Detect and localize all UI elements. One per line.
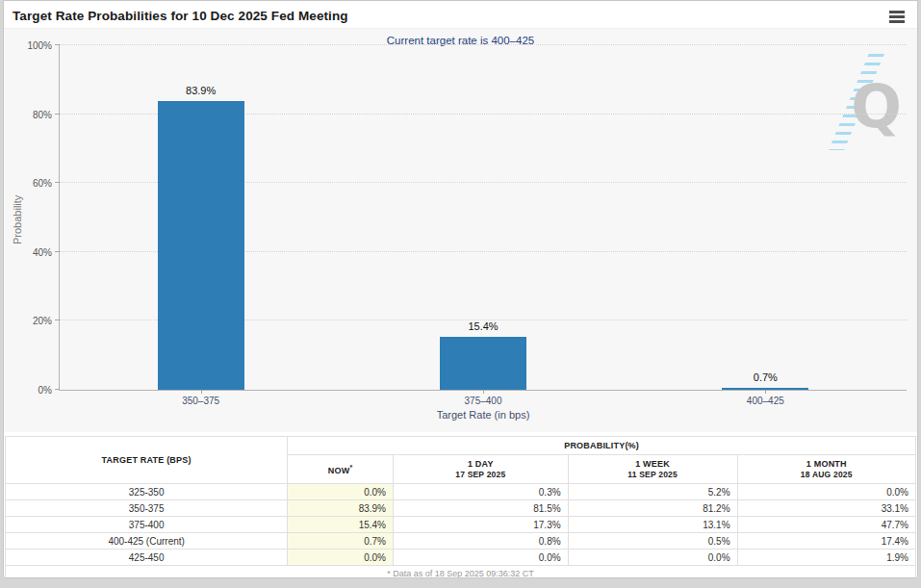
target-rate-header: TARGET RATE (BPS): [6, 437, 288, 484]
rate-cell: 325-350: [6, 484, 288, 500]
footnote-row: * Data as of 18 Sep 2025 09:36:32 CT: [6, 566, 916, 579]
x-tick-label: 375–400: [465, 396, 502, 406]
column-header: 1 MONTH18 AUG 2025: [737, 455, 915, 484]
probability-cell: 0.5%: [568, 533, 737, 550]
probability-bar[interactable]: [158, 101, 244, 390]
column-header: NOW*: [288, 455, 394, 484]
y-tick-mark: [55, 251, 60, 252]
table-row: 425-4500.0%0.0%0.0%1.9%: [6, 550, 916, 566]
y-tick-label: 60%: [33, 178, 52, 189]
rate-cell: 425-450: [6, 550, 288, 566]
probability-table-wrap: TARGET RATE (BPS)PROBABILITY(%)NOW*1 DAY…: [4, 432, 917, 578]
probability-cell: 0.0%: [288, 484, 394, 500]
table-row: 375-40015.4%17.3%13.1%47.7%: [6, 517, 916, 533]
x-tick-label: 400–425: [747, 396, 784, 406]
probability-cell: 0.0%: [737, 484, 915, 500]
gridline: [60, 44, 907, 45]
probability-cell: 0.8%: [393, 533, 568, 550]
probability-table: TARGET RATE (BPS)PROBABILITY(%)NOW*1 DAY…: [5, 436, 916, 578]
probability-cell: 0.0%: [288, 550, 394, 566]
column-header-date: 18 AUG 2025: [741, 470, 912, 479]
y-tick-mark: [55, 320, 60, 320]
probability-cell: 17.3%: [393, 517, 568, 533]
probability-cell: 81.2%: [568, 500, 737, 517]
bar-value-label: 83.9%: [186, 85, 216, 96]
panel-header: Target Rate Probabilities for 10 Dec 202…: [4, 1, 917, 28]
hamburger-bar: [889, 20, 905, 23]
probability-cell: 0.3%: [393, 484, 568, 500]
probability-bar[interactable]: [440, 337, 526, 390]
y-tick-mark: [55, 182, 60, 183]
x-tick-mark: [765, 390, 766, 394]
column-header-date: 11 SEP 2025: [572, 470, 734, 479]
probability-cell: 5.2%: [568, 484, 737, 500]
probability-cell: 0.7%: [288, 533, 394, 550]
table-row: 350-37583.9%81.5%81.2%33.1%: [6, 500, 916, 517]
y-tick-label: 80%: [33, 109, 52, 119]
rate-cell: 400-425 (Current): [6, 533, 288, 550]
table-header-row: TARGET RATE (BPS)PROBABILITY(%): [6, 437, 916, 455]
probability-cell: 17.4%: [737, 533, 915, 550]
probability-cell: 0.0%: [568, 550, 737, 566]
probability-cell: 33.1%: [737, 500, 915, 517]
y-tick-mark: [55, 114, 60, 115]
probability-cell: 83.9%: [288, 500, 394, 517]
y-tick-label: 40%: [33, 246, 52, 257]
bar-value-label: 15.4%: [468, 320, 498, 332]
table-footnote: * Data as of 18 Sep 2025 09:36:32 CT: [6, 566, 916, 579]
y-tick-mark: [55, 44, 60, 45]
fedwatch-panel: Target Rate Probabilities for 10 Dec 202…: [3, 0, 918, 578]
probability-cell: 15.4%: [288, 517, 394, 533]
y-tick-label: 0%: [38, 385, 52, 396]
rate-cell: 350-375: [6, 500, 288, 517]
table-row: 400-425 (Current)0.7%0.8%0.5%17.4%: [6, 533, 916, 550]
x-tick-mark: [483, 390, 484, 394]
y-tick-label: 20%: [33, 316, 52, 326]
hamburger-bar: [889, 15, 905, 18]
table-row: 325-3500.0%0.3%5.2%0.0%: [6, 484, 916, 500]
y-tick-label: 100%: [27, 40, 52, 51]
probability-cell: 1.9%: [737, 550, 915, 566]
probability-cell: 0.0%: [393, 550, 568, 566]
x-tick-mark: [201, 390, 202, 394]
x-tick-label: 350–375: [182, 396, 219, 406]
bar-value-label: 0.7%: [754, 371, 778, 383]
probability-chart: Current target rate is 400–425 Q Probabi…: [4, 28, 917, 432]
column-header-date: 17 SEP 2025: [397, 470, 565, 479]
y-axis-title: Probability: [12, 195, 23, 244]
probability-cell: 81.5%: [393, 500, 568, 517]
column-header: 1 WEEK11 SEP 2025: [568, 455, 737, 484]
probability-cell: 47.7%: [737, 517, 915, 533]
hamburger-bar: [889, 11, 905, 13]
probability-cell: 13.1%: [568, 517, 737, 533]
probability-group-header: PROBABILITY(%): [288, 437, 916, 455]
y-tick-mark: [55, 389, 60, 390]
plot-area: Target Rate (in bps) 0%20%40%60%80%100%8…: [59, 45, 907, 391]
x-axis-title: Target Rate (in bps): [437, 409, 530, 421]
page-title: Target Rate Probabilities for 10 Dec 202…: [4, 1, 917, 23]
column-header: 1 DAY17 SEP 2025: [393, 455, 568, 484]
hamburger-menu-icon[interactable]: [889, 11, 905, 25]
rate-cell: 375-400: [6, 517, 288, 533]
